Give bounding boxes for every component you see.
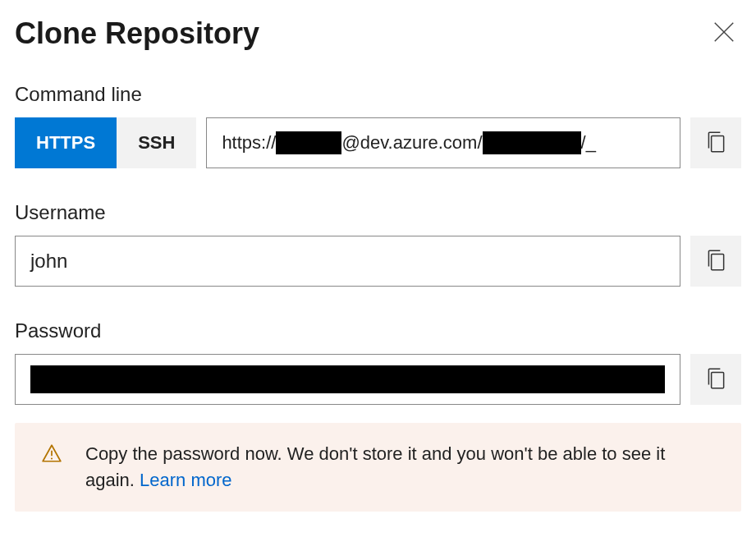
learn-more-link[interactable]: Learn more [140,470,232,490]
warning-icon [41,443,62,467]
password-warning-alert: Copy the password now. We don't store it… [15,423,741,512]
url-redacted-org [483,131,581,154]
copy-username-button[interactable] [690,236,741,287]
copy-password-button[interactable] [690,354,741,405]
close-icon [712,20,736,47]
copy-icon [705,366,726,393]
url-text-suffix: /_ [581,132,596,154]
command-line-label: Command line [15,83,741,106]
svg-point-6 [51,457,53,459]
svg-rect-4 [712,372,724,388]
username-field[interactable]: john [15,236,680,287]
tab-https[interactable]: HTTPS [15,117,117,168]
clone-url-field[interactable]: https://@dev.azure.com//_ [206,117,680,168]
url-text-mid: @dev.azure.com/ [341,132,482,154]
close-button[interactable] [707,15,741,52]
svg-rect-3 [712,254,724,269]
url-text-prefix: https:// [222,132,276,154]
username-label: Username [15,201,741,224]
password-value-redacted [30,365,665,393]
copy-icon [705,130,726,157]
dialog-title: Clone Repository [15,16,259,51]
alert-message: Copy the password now. We don't store it… [85,441,715,493]
copy-url-button[interactable] [690,117,741,168]
tab-ssh[interactable]: SSH [117,117,196,168]
copy-icon [705,248,726,275]
password-field[interactable] [15,354,680,405]
url-redacted-user [276,131,341,154]
username-value: john [30,250,67,273]
protocol-tabs: HTTPS SSH [15,117,196,168]
password-label: Password [15,319,741,342]
svg-rect-2 [712,135,724,151]
